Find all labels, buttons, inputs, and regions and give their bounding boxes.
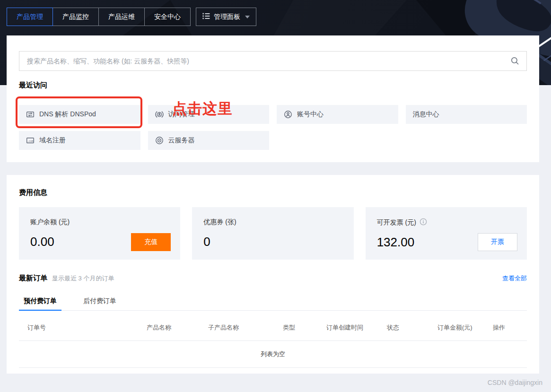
recent-item-label: DNS 解析 DNSPod xyxy=(39,110,96,119)
cvm-icon xyxy=(155,136,164,145)
orders-subtitle: 显示最近 3 个月的订单 xyxy=(52,274,114,283)
recent-item-label: 云服务器 xyxy=(168,136,195,145)
product-search xyxy=(19,51,527,71)
management-panel-label: 管理面板 xyxy=(214,13,240,21)
balance-label: 账户余额 (元) xyxy=(30,218,169,226)
tab-prepaid-orders[interactable]: 预付费订单 xyxy=(19,292,61,310)
coupon-value: 0 xyxy=(203,235,342,249)
balance-card: 账户余额 (元) 0.00 充值 xyxy=(19,207,180,260)
search-icon[interactable] xyxy=(510,56,520,66)
quick-access-panel: 最近访问 DNS 解析 DNSPod 访问管理 账号中心 消息中心 .com xyxy=(7,35,539,162)
col-status: 状态 xyxy=(387,323,437,332)
management-panel-dropdown[interactable]: 管理面板 xyxy=(196,8,256,26)
dns-icon xyxy=(26,110,35,119)
invoice-label: 可开发票 (元) xyxy=(377,218,416,227)
recent-access-grid: DNS 解析 DNSPod 访问管理 账号中心 消息中心 .com 域名注册 xyxy=(19,105,527,150)
tab-product-management[interactable]: 产品管理 xyxy=(7,8,53,26)
recent-item-label: 域名注册 xyxy=(39,136,66,145)
col-created-time: 订单创建时间 xyxy=(326,323,387,332)
col-amount: 订单金额(元) xyxy=(437,323,493,332)
col-product-name: 产品名称 xyxy=(147,323,208,332)
recent-item-cvm[interactable]: 云服务器 xyxy=(148,131,270,150)
col-type: 类型 xyxy=(283,323,326,332)
tab-product-monitoring[interactable]: 产品监控 xyxy=(52,8,99,26)
col-actions: 操作 xyxy=(493,323,527,332)
billing-orders-panel: 费用信息 账户余额 (元) 0.00 充值 优惠券 (张) 0 可开发票 (元)… xyxy=(7,175,539,374)
orders-title: 最新订单 xyxy=(19,274,47,283)
tab-security-center[interactable]: 安全中心 xyxy=(144,8,191,26)
recent-item-label: 账号中心 xyxy=(297,110,324,119)
svg-text:.com: .com xyxy=(27,139,34,142)
billing-cards: 账户余额 (元) 0.00 充值 优惠券 (张) 0 可开发票 (元) 132.… xyxy=(19,207,527,260)
view-all-link[interactable]: 查看全部 xyxy=(502,274,527,283)
recent-item-message[interactable]: 消息中心 xyxy=(406,105,527,124)
coupon-card: 优惠券 (张) 0 xyxy=(192,207,353,260)
recent-item-domain[interactable]: .com 域名注册 xyxy=(19,131,140,150)
top-nav: 产品管理 产品监控 产品运维 安全中心 管理面板 xyxy=(7,8,256,26)
orders-table-header: 订单号 产品名称 子产品名称 类型 订单创建时间 状态 订单金额(元) 操作 xyxy=(19,315,527,341)
account-icon xyxy=(284,110,292,119)
coupon-label: 优惠券 (张) xyxy=(203,218,342,226)
recent-item-account[interactable]: 账号中心 xyxy=(277,105,398,124)
empty-list-message: 列表为空 xyxy=(19,341,527,368)
col-subproduct-name: 子产品名称 xyxy=(208,323,283,332)
invoice-card: 可开发票 (元) 132.00 开票 xyxy=(366,207,527,260)
search-input[interactable] xyxy=(19,57,510,65)
tab-product-operations[interactable]: 产品运维 xyxy=(98,8,145,26)
info-icon[interactable] xyxy=(420,218,427,227)
recent-item-dns[interactable]: DNS 解析 DNSPod xyxy=(19,105,140,124)
orders-header: 最新订单 显示最近 3 个月的订单 查看全部 xyxy=(19,274,527,283)
click-here-annotation: 点击这里 xyxy=(172,99,233,119)
chevron-down-icon xyxy=(245,16,250,18)
col-order-id: 订单号 xyxy=(27,323,147,332)
recent-item-label: 消息中心 xyxy=(413,110,439,119)
recharge-button[interactable]: 充值 xyxy=(131,233,171,251)
order-tabs: 预付费订单 后付费订单 xyxy=(19,292,527,311)
billing-title: 费用信息 xyxy=(19,188,47,197)
domain-icon: .com xyxy=(26,136,35,145)
recent-access-title: 最近访问 xyxy=(19,81,47,90)
tab-postpaid-orders[interactable]: 后付费订单 xyxy=(79,292,121,310)
watermark: CSDN @daijingxin xyxy=(488,379,542,386)
cam-icon xyxy=(155,110,164,119)
list-icon xyxy=(202,13,210,21)
issue-invoice-button[interactable]: 开票 xyxy=(478,233,517,251)
